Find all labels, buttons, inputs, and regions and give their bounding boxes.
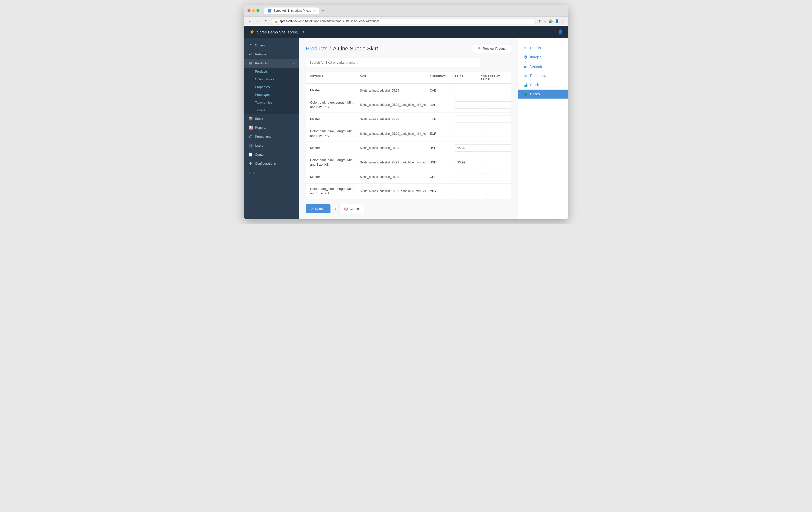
price-input-4[interactable]	[455, 144, 487, 152]
column-sku: SKU	[360, 75, 430, 81]
menu-button[interactable]: ⋮	[561, 19, 564, 23]
bookmark-button[interactable]: ☆	[543, 19, 547, 23]
variants-icon: ≣	[523, 64, 528, 69]
new-tab-button[interactable]: +	[320, 8, 325, 14]
right-sidebar-item-images[interactable]: 🖼 Images	[518, 53, 568, 62]
compare-at-input-0[interactable]	[487, 87, 511, 94]
sidebar-item-configurations[interactable]: ⚙ Configurations ›	[244, 159, 299, 168]
cell-currency-3: EUR	[430, 132, 455, 135]
right-sidebar: ✏ Details 🖼 Images ≣ Variants ⊞ Properti…	[518, 38, 568, 219]
cell-price-4	[455, 144, 487, 152]
compare-at-input-7[interactable]	[487, 188, 511, 195]
close-button[interactable]	[248, 9, 251, 12]
breadcrumb-separator: /	[329, 46, 331, 52]
browser-tab[interactable]: Spree Administration: Prices ✕	[264, 7, 319, 14]
sidebar-item-content[interactable]: 📄 Content ›	[244, 150, 299, 159]
extensions-button[interactable]: 🧩	[549, 19, 553, 23]
sidebar-label-returns: Returns	[255, 52, 291, 56]
main-content: Products / A Line Suede Skirt 👁 Preview …	[299, 38, 518, 219]
sidebar-subitem-properties[interactable]: Properties	[244, 83, 299, 91]
cell-price-6	[455, 173, 487, 180]
cell-options-0: Master	[310, 88, 360, 92]
right-sidebar-item-properties[interactable]: ⊞ Properties	[518, 71, 568, 80]
cell-options-7: Color: dark_blue, Length: Mini, and Size…	[310, 187, 360, 196]
reports-icon: 📊	[249, 126, 253, 130]
price-input-0[interactable]	[455, 87, 487, 94]
sidebar-subitem-taxonomies[interactable]: Taxonomies	[244, 99, 299, 106]
right-sidebar-item-details[interactable]: ✏ Details	[518, 44, 568, 52]
brand-area[interactable]: ⚡ Spree Demo Site (spree) ▼	[249, 29, 305, 35]
update-button[interactable]: ✓ Update	[306, 204, 330, 213]
tab-favicon	[268, 9, 271, 12]
right-sidebar-label-stock: Stock	[530, 83, 539, 87]
right-sidebar-items: ✏ Details 🖼 Images ≣ Variants ⊞ Properti…	[518, 44, 568, 99]
sidebar-subitem-option-types[interactable]: Option Types	[244, 75, 299, 83]
sidebar-subitem-prototypes[interactable]: Prototypes	[244, 91, 299, 99]
sidebar-item-products[interactable]: ⊞ Products ▾	[244, 59, 299, 68]
back-button[interactable]: ←	[248, 19, 253, 24]
sidebar-subitem-products[interactable]: Products	[244, 68, 299, 75]
brand-name: Spree Demo Site (spree)	[257, 30, 298, 34]
actions-row: ✓ Update or 🚫 Cancel	[306, 204, 511, 213]
right-sidebar-label-images: Images	[530, 55, 542, 59]
price-input-1[interactable]	[455, 101, 487, 109]
profile-button[interactable]: 👤	[555, 19, 559, 23]
sidebar-item-returns[interactable]: ↩ Returns ›	[244, 50, 299, 59]
sidebar-item-orders[interactable]: ≡ Orders	[244, 41, 299, 50]
compare-at-input-4[interactable]	[487, 144, 511, 152]
table-row: Color: dark_blue, Length: Mini, and Size…	[306, 184, 511, 198]
cell-compare-6	[487, 173, 511, 180]
compare-at-input-6[interactable]	[487, 173, 511, 180]
cell-currency-1: CAD	[430, 103, 455, 107]
price-input-5[interactable]	[455, 159, 487, 166]
fullscreen-button[interactable]	[257, 9, 259, 12]
url-text: spree-vsf-backend.herokuapp.com/admin/pr…	[280, 20, 380, 23]
breadcrumb-current-page: A Line Suede Skirt	[333, 46, 378, 52]
browser-actions: ⬆ ☆ 🧩 👤 ⋮	[538, 19, 564, 23]
right-sidebar-item-stock[interactable]: 📊 Stock	[518, 80, 568, 89]
sidebar-label-stock: Stock	[255, 117, 291, 120]
sidebar-subitem-taxons[interactable]: Taxons	[244, 106, 299, 114]
price-input-3[interactable]	[455, 130, 487, 137]
cell-sku-0: Skirts_a-linesuedeskirt_95.99	[360, 89, 430, 92]
right-sidebar-item-prices[interactable]: 💲 Prices	[518, 89, 568, 99]
preview-product-button[interactable]: 👁 Preview Product	[473, 44, 511, 53]
compare-at-input-2[interactable]	[487, 115, 511, 123]
reload-button[interactable]: ↻	[263, 19, 268, 24]
compare-at-input-1[interactable]	[487, 101, 511, 109]
sidebar: ≡ Orders ↩ Returns › ⊞ Products ▾ Produc…	[244, 38, 299, 219]
brand-chevron-icon: ▼	[302, 30, 305, 34]
images-icon: 🖼	[523, 55, 528, 59]
prices-table: OPTIONS SKU CURRENCY PRICE COMPARE AT PR…	[306, 72, 511, 199]
brand-icon: ⚡	[249, 29, 255, 35]
browser-titlebar: Spree Administration: Prices ✕ +	[244, 5, 568, 17]
search-input[interactable]	[306, 58, 480, 67]
minimize-button[interactable]	[252, 9, 255, 12]
sidebar-item-stock[interactable]: 📦 Stock ›	[244, 114, 299, 123]
right-sidebar-item-variants[interactable]: ≣ Variants	[518, 62, 568, 71]
price-input-2[interactable]	[455, 115, 487, 123]
share-button[interactable]: ⬆	[538, 19, 541, 23]
sidebar-item-promotions[interactable]: 🏷 Promotions ›	[244, 132, 299, 141]
price-input-7[interactable]	[455, 188, 487, 195]
table-header: OPTIONS SKU CURRENCY PRICE COMPARE AT PR…	[306, 72, 511, 84]
cell-currency-6: GBP	[430, 175, 455, 179]
sidebar-item-users[interactable]: 👥 Users	[244, 141, 299, 150]
cell-sku-2: Skirts_a-linesuedeskirt_95.99	[360, 117, 430, 121]
sidebar-label-promotions: Promotions	[255, 135, 291, 138]
url-bar[interactable]: 🔒 spree-vsf-backend.herokuapp.com/admin/…	[271, 18, 536, 24]
compare-at-input-3[interactable]	[487, 130, 511, 137]
cell-price-1	[455, 101, 487, 109]
browser-window: Spree Administration: Prices ✕ + ← → ↻ 🔒…	[244, 5, 568, 219]
cancel-button[interactable]: 🚫 Cancel	[339, 204, 364, 213]
sidebar-label-content: Content	[255, 153, 291, 157]
breadcrumb: Products / A Line Suede Skirt	[306, 46, 378, 52]
breadcrumb-products-link[interactable]: Products	[306, 46, 327, 52]
sidebar-item-reports[interactable]: 📊 Reports	[244, 123, 299, 132]
compare-at-input-5[interactable]	[487, 159, 511, 166]
user-profile-button[interactable]: 👤	[557, 29, 563, 35]
check-icon: ✓	[311, 207, 314, 211]
forward-button[interactable]: →	[256, 19, 261, 24]
tab-close-button[interactable]: ✕	[313, 9, 315, 12]
price-input-6[interactable]	[455, 173, 487, 180]
